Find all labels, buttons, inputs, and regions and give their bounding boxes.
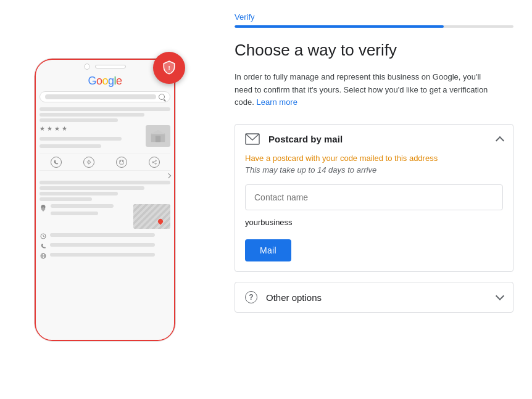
phone-border-red (35, 59, 175, 341)
postcard-header-left: Postcard by mail (245, 133, 343, 145)
other-options-left: ? Other options (245, 291, 322, 303)
verify-header: Verify (235, 12, 513, 28)
chevron-down-icon (496, 292, 504, 300)
postcard-description: Have a postcard with your code mailed to… (245, 154, 503, 163)
other-options-section: ? Other options (235, 282, 513, 313)
verify-label: Verify (235, 12, 513, 22)
phone-mockup-panel: ! Google (0, 0, 210, 399)
learn-more-link[interactable]: Learn more (256, 97, 297, 107)
mail-icon (245, 133, 260, 145)
business-name-label: yourbusiness (245, 218, 503, 227)
postcard-option-section: Postcard by mail Have a postcard with yo… (235, 124, 513, 272)
description-text: In order to fully manage and represent t… (235, 71, 494, 109)
svg-text:!: ! (168, 64, 170, 71)
postcard-option-body: Have a postcard with your code mailed to… (235, 154, 513, 271)
phone-frame: Google ★ (34, 58, 176, 342)
question-circle-icon: ? (245, 291, 257, 303)
progress-bar-container (235, 25, 513, 28)
postcard-option-title: Postcard by mail (268, 134, 343, 144)
mail-button[interactable]: Mail (245, 239, 291, 261)
phone-map-thumbnail (133, 204, 170, 229)
phone-search-icon (159, 94, 165, 100)
chevron-up-icon (496, 136, 504, 145)
security-badge: ! (153, 52, 185, 84)
shield-icon: ! (161, 60, 177, 76)
postcard-option-header[interactable]: Postcard by mail (235, 125, 513, 154)
phone-wrapper: ! Google (34, 58, 176, 342)
postcard-note: This may take up to 14 days to arrive (245, 165, 503, 175)
phone-map-pin (157, 218, 164, 224)
progress-bar-fill (235, 25, 444, 28)
page-title: Choose a way to verify (235, 40, 513, 61)
verify-panel: Verify Choose a way to verify In order t… (210, 0, 532, 399)
other-options-header[interactable]: ? Other options (235, 282, 513, 312)
contact-name-input[interactable] (245, 184, 503, 210)
other-options-title: Other options (266, 292, 322, 303)
